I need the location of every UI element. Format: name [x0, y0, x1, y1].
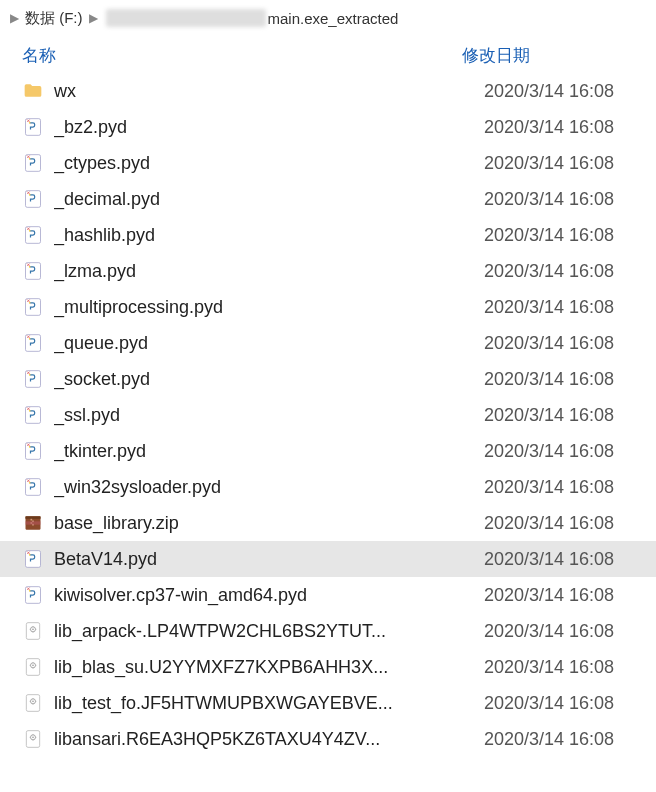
svg-point-19	[29, 446, 31, 448]
file-date: 2020/3/14 16:08	[484, 549, 656, 570]
file-date: 2020/3/14 16:08	[484, 333, 656, 354]
file-name: base_library.zip	[54, 513, 484, 534]
svg-point-13	[29, 338, 31, 340]
file-name: _lzma.pyd	[54, 261, 484, 282]
zip-icon	[22, 512, 44, 534]
file-row[interactable]: _queue.pyd2020/3/14 16:08	[0, 325, 656, 361]
svg-rect-28	[26, 521, 41, 524]
file-name: wx	[54, 81, 484, 102]
file-date: 2020/3/14 16:08	[484, 117, 656, 138]
pyd-icon	[22, 116, 44, 138]
svg-point-3	[29, 158, 31, 160]
file-date: 2020/3/14 16:08	[484, 225, 656, 246]
file-date: 2020/3/14 16:08	[484, 441, 656, 462]
folder-icon	[22, 80, 44, 102]
file-name: lib_blas_su.U2YYMXFZ7KXPB6AHH3X...	[54, 657, 484, 678]
file-name: BetaV14.pyd	[54, 549, 484, 570]
file-name: _socket.pyd	[54, 369, 484, 390]
file-row[interactable]: _tkinter.pyd2020/3/14 16:08	[0, 433, 656, 469]
breadcrumb[interactable]: ▶ 数据 (F:) ▶ main.exe_extracted	[0, 0, 656, 36]
svg-point-38	[32, 665, 34, 667]
pyd-icon	[22, 332, 44, 354]
file-date: 2020/3/14 16:08	[484, 81, 656, 102]
file-name: libansari.R6EA3HQP5KZ6TAXU4Y4ZV...	[54, 729, 484, 750]
pyd-icon	[22, 224, 44, 246]
column-headers: 名称 修改日期	[0, 36, 656, 73]
breadcrumb-folder[interactable]: main.exe_extracted	[268, 10, 399, 27]
file-row[interactable]: _win32sysloader.pyd2020/3/14 16:08	[0, 469, 656, 505]
file-date: 2020/3/14 16:08	[484, 585, 656, 606]
file-date: 2020/3/14 16:08	[484, 261, 656, 282]
breadcrumb-drive[interactable]: 数据 (F:)	[25, 9, 83, 28]
pyd-icon	[22, 152, 44, 174]
file-row[interactable]: BetaV14.pyd2020/3/14 16:08	[0, 541, 656, 577]
chevron-right-icon: ▶	[89, 11, 98, 25]
file-row[interactable]: lib_arpack-.LP4WTPW2CHL6BS2YTUT...2020/3…	[0, 613, 656, 649]
pyd-icon	[22, 260, 44, 282]
file-date: 2020/3/14 16:08	[484, 621, 656, 642]
file-icon	[22, 692, 44, 714]
file-date: 2020/3/14 16:08	[484, 477, 656, 498]
pyd-icon	[22, 368, 44, 390]
file-name: lib_arpack-.LP4WTPW2CHL6BS2YTUT...	[54, 621, 484, 642]
svg-rect-39	[26, 695, 39, 712]
svg-point-7	[29, 230, 31, 232]
svg-point-11	[29, 302, 31, 304]
file-row[interactable]: _socket.pyd2020/3/14 16:08	[0, 361, 656, 397]
file-date: 2020/3/14 16:08	[484, 153, 656, 174]
column-name-header[interactable]: 名称	[0, 44, 462, 67]
svg-point-44	[32, 737, 34, 739]
file-date: 2020/3/14 16:08	[484, 297, 656, 318]
file-row[interactable]: lib_blas_su.U2YYMXFZ7KXPB6AHH3X...2020/3…	[0, 649, 656, 685]
file-name: _ctypes.pyd	[54, 153, 484, 174]
chevron-right-icon: ▶	[10, 11, 19, 25]
file-icon	[22, 620, 44, 642]
file-name: _decimal.pyd	[54, 189, 484, 210]
svg-point-5	[29, 194, 31, 196]
svg-point-35	[32, 629, 34, 631]
file-name: lib_test_fo.JF5HTWMUPBXWGAYEBVE...	[54, 693, 484, 714]
svg-point-21	[29, 482, 31, 484]
file-name: _tkinter.pyd	[54, 441, 484, 462]
svg-point-32	[29, 590, 31, 592]
svg-rect-33	[26, 623, 39, 640]
file-row[interactable]: wx2020/3/14 16:08	[0, 73, 656, 109]
file-row[interactable]: _decimal.pyd2020/3/14 16:08	[0, 181, 656, 217]
pyd-icon	[22, 440, 44, 462]
file-row[interactable]: _multiprocessing.pyd2020/3/14 16:08	[0, 289, 656, 325]
file-name: _win32sysloader.pyd	[54, 477, 484, 498]
svg-point-17	[29, 410, 31, 412]
svg-point-30	[29, 554, 31, 556]
svg-rect-42	[26, 731, 39, 748]
file-icon	[22, 728, 44, 750]
file-date: 2020/3/14 16:08	[484, 189, 656, 210]
pyd-icon	[22, 476, 44, 498]
file-name: _queue.pyd	[54, 333, 484, 354]
file-name: _bz2.pyd	[54, 117, 484, 138]
file-row[interactable]: _hashlib.pyd2020/3/14 16:08	[0, 217, 656, 253]
file-row[interactable]: _lzma.pyd2020/3/14 16:08	[0, 253, 656, 289]
pyd-icon	[22, 296, 44, 318]
file-date: 2020/3/14 16:08	[484, 693, 656, 714]
breadcrumb-blurred	[106, 9, 266, 27]
svg-point-9	[29, 266, 31, 268]
pyd-icon	[22, 584, 44, 606]
file-date: 2020/3/14 16:08	[484, 729, 656, 750]
file-row[interactable]: libansari.R6EA3HQP5KZ6TAXU4Y4ZV...2020/3…	[0, 721, 656, 757]
file-row[interactable]: _bz2.pyd2020/3/14 16:08	[0, 109, 656, 145]
file-row[interactable]: lib_test_fo.JF5HTWMUPBXWGAYEBVE...2020/3…	[0, 685, 656, 721]
file-row[interactable]: _ctypes.pyd2020/3/14 16:08	[0, 145, 656, 181]
file-date: 2020/3/14 16:08	[484, 369, 656, 390]
column-date-header[interactable]: 修改日期	[462, 44, 656, 67]
file-name: _hashlib.pyd	[54, 225, 484, 246]
file-row[interactable]: _ssl.pyd2020/3/14 16:08	[0, 397, 656, 433]
file-row[interactable]: base_library.zip2020/3/14 16:08	[0, 505, 656, 541]
pyd-icon	[22, 188, 44, 210]
file-row[interactable]: kiwisolver.cp37-win_amd64.pyd2020/3/14 1…	[0, 577, 656, 613]
svg-point-15	[29, 374, 31, 376]
file-name: _ssl.pyd	[54, 405, 484, 426]
file-name: kiwisolver.cp37-win_amd64.pyd	[54, 585, 484, 606]
pyd-icon	[22, 404, 44, 426]
file-name: _multiprocessing.pyd	[54, 297, 484, 318]
file-icon	[22, 656, 44, 678]
